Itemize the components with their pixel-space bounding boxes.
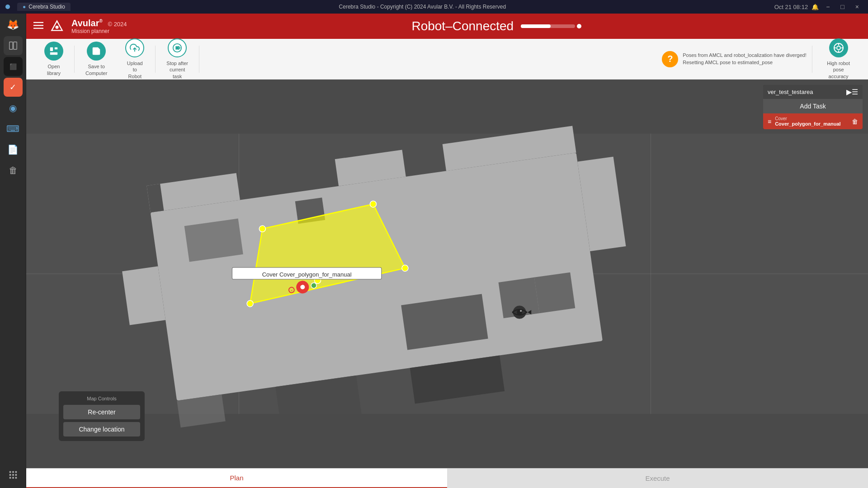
open-library-button[interactable]: Open library — [35, 38, 72, 80]
svg-rect-43 — [534, 272, 575, 313]
svg-rect-7 — [15, 474, 17, 476]
sidebar-icon-grid[interactable] — [4, 465, 23, 484]
win-btn-close[interactable]: × — [852, 3, 863, 10]
datetime: Oct 21 08:12 — [774, 4, 808, 10]
map-svg: × Cover Cover_polygon_for_manual — [26, 80, 868, 468]
svg-rect-5 — [9, 474, 11, 476]
svg-rect-18 — [50, 52, 58, 55]
toolbar-divider-1 — [74, 46, 75, 73]
mission-planner-label: Mission planner — [71, 28, 127, 34]
status-area: Robot – Connected — [132, 19, 861, 33]
warn-icon: ? — [662, 51, 678, 67]
cover-task-icon: ≡ — [768, 118, 771, 125]
svg-text:Cover Cover_polygon_for_manual: Cover Cover_polygon_for_manual — [262, 271, 352, 278]
toolbar-divider-4 — [812, 46, 812, 73]
tab-label: Cerebra Studio — [28, 4, 65, 10]
save-to-computer-button[interactable]: Save to Computer — [76, 38, 116, 80]
copyright: © 2024 — [108, 21, 127, 28]
sidebar-icon-todo[interactable]: ✓ — [4, 78, 23, 97]
svg-rect-11 — [33, 22, 43, 23]
sidebar: 🦊 ⬛ ✓ ◉ ⌨ 📄 🗑 — [0, 14, 26, 488]
task-panel: ver_test_testarea ▶ ☰ Add Task ≡ Cover C… — [763, 85, 863, 129]
svg-rect-1 — [13, 42, 16, 50]
delete-task-button[interactable]: 🗑 — [852, 118, 858, 125]
logo-area: Avular® © 2024 Mission planner — [71, 18, 127, 34]
high-accuracy-label: High robot pose accuracy — [827, 60, 850, 80]
execute-tab[interactable]: Execute — [447, 469, 868, 488]
sidebar-icon-firefox[interactable]: 🦊 — [4, 15, 23, 34]
svg-point-64 — [520, 310, 522, 312]
toolbar-divider-3 — [199, 46, 199, 73]
titlebar-dot — [5, 5, 10, 9]
svg-rect-6 — [12, 474, 14, 476]
menu-button[interactable] — [33, 20, 43, 33]
svg-rect-33 — [122, 266, 165, 325]
toolbar-divider-2 — [155, 46, 156, 73]
sidebar-icon-files[interactable] — [4, 36, 23, 55]
stop-after-current-button[interactable]: Stop after current task — [157, 35, 197, 83]
status-dash: – — [445, 19, 453, 33]
plan-tab[interactable]: Plan — [26, 469, 447, 488]
add-task-button[interactable]: Add Task — [763, 99, 863, 113]
sidebar-icon-placeholder[interactable]: 📄 — [4, 140, 23, 159]
high-accuracy-button[interactable]: High robot pose accuracy — [818, 35, 859, 83]
logo-sup: ® — [99, 19, 103, 23]
tab-bar: Plan Execute — [26, 468, 868, 488]
warn-text: Poses from AMCL and robot_localization h… — [683, 52, 807, 66]
main-content: Avular® © 2024 Mission planner Robot – C… — [26, 14, 868, 488]
titlebar-right: Oct 21 08:12 🔔 − □ × — [774, 3, 863, 10]
svg-rect-10 — [15, 477, 17, 479]
win-btn-maximize[interactable]: □ — [837, 3, 848, 10]
titlebar-tab[interactable]: ● Cerebra Studio — [17, 3, 71, 11]
svg-point-55 — [311, 282, 317, 289]
sidebar-icon-terminal[interactable]: ⬛ — [4, 57, 23, 76]
stop-label: Stop after current task — [166, 60, 188, 80]
win-btn-minimize[interactable]: − — [822, 3, 833, 10]
open-library-icon — [44, 42, 63, 61]
svg-rect-3 — [12, 471, 14, 473]
bell-icon[interactable]: 🔔 — [811, 4, 819, 10]
change-location-button[interactable]: Change location — [63, 422, 140, 436]
svg-rect-9 — [12, 477, 14, 479]
sidebar-icon-vscode[interactable]: ⌨ — [4, 119, 23, 138]
progress-dot — [577, 24, 581, 28]
app: 🦊 ⬛ ✓ ◉ ⌨ 📄 🗑 Avular® — [0, 14, 868, 488]
svg-rect-4 — [15, 471, 17, 473]
logo-icon — [51, 20, 63, 33]
recenter-button[interactable]: Re-center — [63, 405, 140, 419]
svg-point-15 — [56, 26, 59, 29]
svg-rect-21 — [176, 47, 179, 49]
titlebar-title: Cerebra Studio - Copyright (C) 2024 Avul… — [339, 4, 506, 10]
upload-to-robot-button[interactable]: Upload to Robot — [116, 35, 153, 83]
upload-icon — [125, 38, 144, 57]
task-header: ver_test_testarea ▶ ☰ — [763, 85, 863, 99]
task-name: ver_test_testarea — [768, 89, 846, 95]
progress-fill — [521, 24, 551, 28]
map-area[interactable]: × Cover Cover_polygon_for_manual — [26, 80, 868, 468]
sidebar-icon-trash[interactable]: 🗑 — [4, 161, 23, 180]
svg-rect-17 — [55, 47, 57, 50]
toolbar: Open library Save to Computer Upload to … — [26, 39, 868, 80]
progress-bar — [521, 24, 575, 28]
tab-dot: ● — [23, 4, 26, 10]
svg-rect-13 — [33, 28, 43, 28]
logo-text: Avular — [71, 18, 99, 28]
high-accuracy-icon — [829, 38, 848, 57]
upload-label: Upload to Robot — [127, 60, 143, 80]
svg-rect-39 — [184, 219, 243, 262]
svg-rect-8 — [9, 477, 11, 479]
queue-button[interactable]: ☰ — [852, 88, 858, 96]
stop-icon — [168, 38, 187, 57]
toolbar-warning: ? Poses from AMCL and robot_localization… — [662, 51, 807, 67]
map-controls-title: Map Controls — [63, 396, 140, 401]
map-controls: Map Controls Re-center Change location — [59, 391, 145, 441]
svg-rect-0 — [9, 42, 12, 50]
cover-task-label: Cover — [775, 116, 840, 121]
connected-label: Connected — [453, 19, 514, 33]
save-icon — [87, 42, 106, 61]
robot-label: Robot — [411, 19, 445, 33]
svg-rect-12 — [33, 25, 43, 26]
run-task-button[interactable]: ▶ — [846, 88, 852, 96]
cover-task-name: Cover_polygon_for_manual — [775, 121, 840, 127]
sidebar-icon-cerebra[interactable]: ◉ — [4, 99, 23, 117]
